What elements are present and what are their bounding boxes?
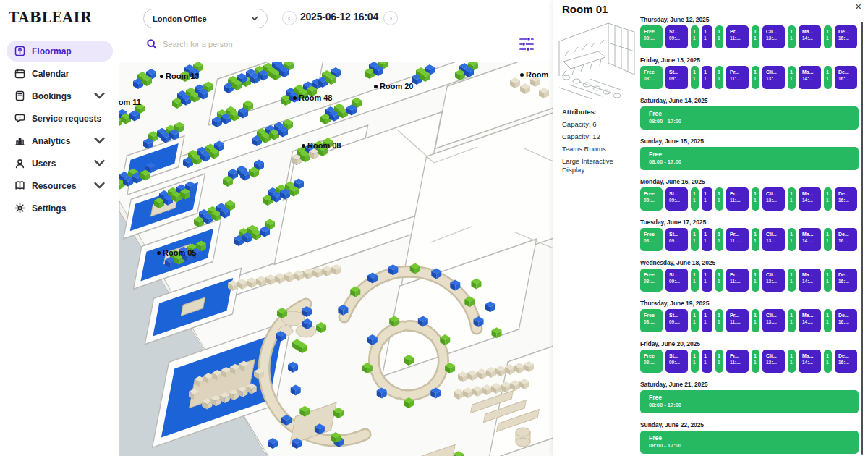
booking-chip[interactable]: Cli...13:...	[762, 25, 785, 48]
booking-chip[interactable]: Free08:00 - 17:00	[640, 106, 859, 130]
booking-chip[interactable]: Pr...11:...	[726, 269, 749, 292]
room-label[interactable]: Room 08	[302, 141, 341, 150]
booking-chip[interactable]: De...16:...	[835, 350, 857, 373]
booking-chip[interactable]: Pr...11:...	[726, 66, 749, 89]
booking-chip[interactable]: 11	[752, 350, 760, 373]
sidebar-item-resources[interactable]: Resources	[7, 175, 113, 196]
booking-chip[interactable]: St...09:...	[665, 309, 688, 332]
booking-chip[interactable]: De...16:...	[835, 25, 857, 48]
booking-chip[interactable]: 11	[824, 25, 832, 48]
booking-chip[interactable]: 11	[702, 187, 712, 211]
sidebar-item-calendar[interactable]: Calendar	[7, 63, 113, 84]
sidebar-item-analytics[interactable]: Analytics	[7, 130, 113, 151]
booking-chip[interactable]: 11	[752, 228, 760, 251]
booking-chip[interactable]: St...09:...	[665, 350, 688, 373]
booking-chip[interactable]: De...16:...	[835, 187, 857, 211]
sidebar-item-floormap[interactable]: Floormap	[7, 41, 113, 62]
booking-chip[interactable]: 11	[702, 25, 712, 48]
booking-chip[interactable]: St...09:...	[665, 187, 688, 211]
booking-chip[interactable]: 11	[702, 309, 712, 332]
filter-icon[interactable]	[518, 36, 535, 52]
booking-chip[interactable]: Pr...11:...	[726, 350, 749, 373]
booking-chip[interactable]: Cli...13:...	[762, 350, 785, 373]
booking-chip[interactable]: 11	[691, 228, 699, 251]
booking-chip[interactable]: Free08:...	[640, 25, 663, 48]
booking-chip[interactable]: Free08:00 - 17:00	[640, 147, 859, 170]
booking-chip[interactable]: St...09:...	[665, 269, 688, 292]
booking-chip[interactable]: Ma...14:...	[799, 228, 821, 251]
booking-chip[interactable]: De...16:...	[835, 309, 857, 332]
room-label[interactable]: Room 48	[293, 93, 332, 102]
booking-chip[interactable]: Pr...11:...	[726, 25, 749, 48]
booking-chip[interactable]: Cli...13:...	[762, 228, 785, 251]
sidebar-item-users[interactable]: Users	[7, 153, 113, 174]
booking-chip[interactable]: Free08:...	[640, 350, 663, 373]
booking-chip[interactable]: 11	[824, 350, 832, 373]
booking-chip[interactable]: 11	[691, 66, 699, 89]
booking-chip[interactable]: Pr...11:...	[726, 228, 749, 251]
booking-chip[interactable]: 11	[702, 269, 712, 292]
booking-chip[interactable]: 11	[691, 350, 699, 373]
booking-chip[interactable]: 11	[715, 187, 723, 211]
booking-chip[interactable]: Cli...13:...	[762, 309, 785, 332]
booking-chip[interactable]: 11	[788, 309, 796, 332]
booking-chip[interactable]: Free08:...	[640, 66, 663, 89]
sidebar-item-bookings[interactable]: Bookings	[7, 85, 113, 106]
booking-chip[interactable]: Free08:00 - 17:00	[640, 390, 859, 413]
booking-chip[interactable]: 11	[752, 66, 760, 89]
booking-chip[interactable]: St...09:...	[665, 66, 688, 89]
booking-chip[interactable]: Ma...14:...	[799, 269, 821, 292]
room-label[interactable]: Room 13	[160, 72, 199, 80]
booking-chip[interactable]: 11	[715, 228, 723, 251]
sidebar-item-service-requests[interactable]: Service requests	[7, 108, 113, 129]
booking-chip[interactable]: St...09:...	[665, 228, 688, 251]
booking-chip[interactable]: 11	[788, 187, 796, 211]
booking-chip[interactable]: Ma...14:...	[799, 187, 821, 211]
booking-chip[interactable]: St...09:...	[665, 25, 688, 48]
booking-chip[interactable]: Free08:...	[640, 269, 663, 292]
booking-chip[interactable]: Ma...14:...	[799, 350, 821, 373]
booking-chip[interactable]: Cli...13:...	[762, 66, 785, 89]
scrollbar[interactable]	[861, 22, 863, 455]
booking-chip[interactable]: 11	[788, 66, 796, 89]
booking-chip[interactable]: 11	[824, 66, 832, 89]
booking-chip[interactable]: Cli...13:...	[762, 187, 785, 211]
room-label[interactable]: Room 05	[157, 248, 196, 257]
sidebar-item-settings[interactable]: Settings	[7, 198, 113, 219]
booking-chip[interactable]: 11	[788, 25, 796, 48]
booking-chip[interactable]: Pr...11:...	[726, 309, 749, 332]
booking-chip[interactable]: 11	[715, 350, 723, 373]
booking-chip[interactable]: Ma...14:...	[799, 309, 821, 332]
booking-chip[interactable]: 11	[715, 309, 723, 332]
booking-chip[interactable]: 11	[715, 25, 723, 48]
booking-chip[interactable]: 11	[702, 350, 712, 373]
previous-date-button[interactable]: ‹	[282, 11, 297, 25]
booking-chip[interactable]: 11	[788, 228, 796, 251]
booking-chip[interactable]: De...16:...	[835, 269, 857, 292]
booking-chip[interactable]: 11	[702, 228, 712, 251]
booking-chip[interactable]: 11	[788, 269, 796, 292]
booking-chip[interactable]: 11	[691, 309, 699, 332]
close-icon[interactable]: ×	[855, 0, 861, 12]
booking-chip[interactable]: Free08:...	[640, 187, 663, 211]
next-date-button[interactable]: ›	[383, 11, 398, 25]
booking-chip[interactable]: Free08:00 - 17:00	[640, 431, 859, 454]
booking-chip[interactable]: Cli...13:...	[762, 269, 785, 292]
booking-chip[interactable]: 11	[691, 187, 699, 211]
booking-chip[interactable]: 11	[752, 187, 760, 211]
booking-chip[interactable]: 11	[702, 66, 712, 89]
booking-chip[interactable]: Free08:...	[640, 309, 663, 332]
booking-chip[interactable]: Pr...11:...	[726, 187, 749, 211]
booking-chip[interactable]: 11	[752, 269, 760, 292]
room-label[interactable]: Room	[520, 70, 548, 79]
booking-chip[interactable]: 11	[691, 25, 699, 48]
booking-chip[interactable]: 11	[824, 187, 832, 211]
booking-chip[interactable]: 11	[752, 25, 760, 48]
room-label[interactable]: Room 20	[374, 82, 413, 90]
booking-chip[interactable]: 11	[824, 269, 832, 292]
office-selector[interactable]: London Office	[143, 9, 268, 28]
booking-chip[interactable]: Free08:...	[640, 228, 663, 251]
search-input[interactable]	[163, 37, 438, 51]
floormap-canvas[interactable]: Room 13 Room 11 Room 48 Room 20 Room 08 …	[119, 62, 553, 456]
booking-chip[interactable]: De...16:...	[835, 228, 857, 251]
